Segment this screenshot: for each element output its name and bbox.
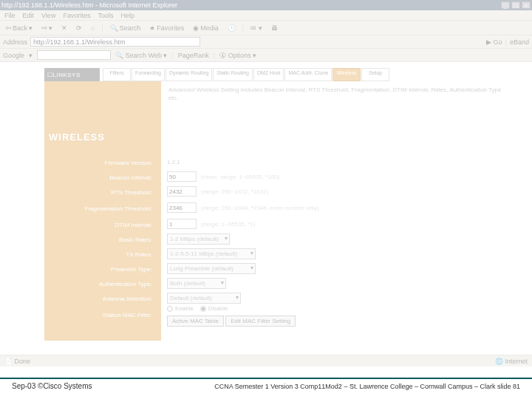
refresh-button[interactable]: ⟳ bbox=[74, 24, 84, 33]
beacon-label: Beacon Interval: bbox=[49, 171, 157, 185]
brand-logo: ☐ LINKSYS bbox=[44, 68, 100, 81]
google-label: Google bbox=[3, 52, 24, 59]
active-mac-table-button[interactable]: Active MAC Table bbox=[167, 316, 224, 327]
minimize-button[interactable]: _ bbox=[501, 1, 510, 9]
dtim-input[interactable] bbox=[167, 219, 197, 229]
mac-enable-radio[interactable]: Enable bbox=[167, 305, 194, 312]
menubar: File Edit View Favorites Tools Help bbox=[0, 10, 532, 21]
forward-button[interactable]: ⇨ ▾ bbox=[39, 23, 55, 33]
beacon-hint: (msec, range: 1~65535, *100) bbox=[201, 174, 279, 180]
google-options-button[interactable]: 🛈 Options ▾ bbox=[219, 52, 256, 59]
preamble-label: Preamble Type: bbox=[49, 262, 157, 277]
status-right: 🌐 Internet bbox=[495, 358, 528, 365]
rts-label: RTS Threshold: bbox=[49, 185, 157, 200]
maximize-button[interactable]: □ bbox=[511, 1, 520, 9]
tx-rates-select[interactable]: 1-2-5.5-11 MBps (default) bbox=[167, 248, 256, 259]
auth-select[interactable]: Both (default) bbox=[167, 278, 226, 289]
address-label: Address bbox=[3, 38, 27, 46]
firmware-label: Firmware Version: bbox=[49, 156, 157, 171]
field-labels-column: WIRELESS Firmware Version: Beacon Interv… bbox=[44, 120, 161, 341]
address-bar: Address ▶ Go | eBand bbox=[0, 35, 532, 49]
footer-left: Sep-03 ©Cisco Systems bbox=[12, 382, 92, 390]
toolbar: ⇦ Back ▾ ⇨ ▾ ✕ ⟳ ⌂ | 🔍 Search ★ Favorite… bbox=[0, 21, 532, 35]
frag-input[interactable] bbox=[167, 202, 197, 213]
media-button[interactable]: ◉ Media bbox=[191, 24, 221, 33]
tab-mac-clone[interactable]: MAC Addr. Clone bbox=[284, 68, 332, 81]
side-link[interactable]: eBand bbox=[510, 38, 529, 46]
tab-dynamic-routing[interactable]: Dynamic Routing bbox=[166, 68, 212, 81]
window-title: http://192.168.1.1/Wireless.htm - Micros… bbox=[1, 1, 177, 9]
mac-filter-label: Station MAC Filter: bbox=[49, 307, 157, 324]
close-button[interactable]: × bbox=[522, 1, 531, 9]
antenna-select[interactable]: Default (default) bbox=[167, 293, 241, 304]
router-tabs: Filters Forwarding Dynamic Routing Stati… bbox=[103, 68, 389, 81]
tab-filters[interactable]: Filters bbox=[103, 68, 131, 81]
tab-static-routing[interactable]: Static Routing bbox=[213, 68, 253, 81]
menu-help[interactable]: Help bbox=[120, 12, 134, 19]
basic-rates-label: Basic Rates: bbox=[49, 233, 157, 248]
mail-button[interactable]: ✉ ▾ bbox=[248, 24, 265, 33]
print-button[interactable]: 🖶 bbox=[269, 24, 280, 33]
home-button[interactable]: ⌂ bbox=[89, 24, 97, 33]
page-heading: WIRELESS bbox=[49, 132, 157, 143]
page-content: ☐ LINKSYS Filters Forwarding Dynamic Rou… bbox=[0, 62, 532, 366]
firmware-value: 1.2.1 bbox=[167, 159, 180, 166]
dtim-hint: (range: 1~65535, *1) bbox=[201, 221, 256, 228]
google-search-button[interactable]: 🔍 Search Web ▾ bbox=[115, 52, 167, 59]
edit-mac-filter-button[interactable]: Edit MAC Filter Setting bbox=[225, 316, 296, 327]
basic-rates-select[interactable]: 1-2 MBps (default) bbox=[167, 233, 230, 245]
menu-tools[interactable]: Tools bbox=[98, 12, 113, 19]
status-left: 📄 Done bbox=[4, 358, 30, 365]
antenna-label: Antenna Selection: bbox=[49, 292, 157, 307]
footer-right: CCNA Semester 1 Version 3 Comp11Mod2 – S… bbox=[214, 383, 520, 390]
tab-forwarding[interactable]: Forwarding bbox=[132, 68, 165, 81]
frag-hint: (range: 256~2346, *2346, even number onl… bbox=[201, 205, 318, 211]
status-bar: 📄 Done 🌐 Internet bbox=[0, 355, 532, 366]
search-button[interactable]: 🔍 Search bbox=[108, 24, 143, 33]
back-button[interactable]: ⇦ Back ▾ bbox=[3, 23, 35, 33]
dtim-label: DTIM Interval: bbox=[49, 218, 157, 233]
google-toolbar: Google ▾ 🔍 Search Web ▾ | PageRank | 🛈 O… bbox=[0, 49, 532, 62]
auth-label: Authentication Type: bbox=[49, 277, 157, 292]
menu-favorites[interactable]: Favorites bbox=[63, 12, 90, 19]
stop-button[interactable]: ✕ bbox=[59, 24, 69, 33]
field-values-column: 1.2.1 (msec, range: 1~65535, *100) (rang… bbox=[161, 120, 510, 341]
tab-wireless[interactable]: Wireless bbox=[332, 68, 361, 81]
preamble-select[interactable]: Long Preamble (default) bbox=[167, 263, 256, 274]
router-panel: ☐ LINKSYS Filters Forwarding Dynamic Rou… bbox=[44, 68, 510, 341]
favorites-button[interactable]: ★ Favorites bbox=[147, 24, 186, 33]
rts-input[interactable] bbox=[167, 186, 197, 197]
go-button[interactable]: ▶ Go bbox=[486, 38, 502, 46]
window-titlebar: http://192.168.1.1/Wireless.htm - Micros… bbox=[0, 0, 532, 10]
mac-disable-radio[interactable]: Disable bbox=[200, 305, 228, 312]
menu-file[interactable]: File bbox=[4, 12, 16, 19]
address-input[interactable] bbox=[30, 37, 200, 47]
menu-edit[interactable]: Edit bbox=[23, 12, 35, 19]
tab-description: Advanced Wireless Setting includes Beaco… bbox=[164, 81, 510, 120]
menu-view[interactable]: View bbox=[41, 12, 55, 19]
google-search-input[interactable] bbox=[37, 50, 111, 60]
beacon-input[interactable] bbox=[167, 171, 197, 182]
tab-setup[interactable]: Setup bbox=[361, 68, 389, 81]
tx-rates-label: TX Rates: bbox=[49, 248, 157, 262]
tab-dmz-host[interactable]: DMZ Host bbox=[253, 68, 284, 81]
rts-hint: (range: 256~2432, *2432) bbox=[201, 188, 268, 195]
frag-label: Fragmentation Threshold: bbox=[49, 200, 157, 218]
slide-footer: Sep-03 ©Cisco Systems CCNA Semester 1 Ve… bbox=[0, 378, 532, 390]
history-button[interactable]: 🕓 bbox=[225, 24, 238, 33]
pagerank-indicator: PageRank bbox=[178, 52, 209, 59]
